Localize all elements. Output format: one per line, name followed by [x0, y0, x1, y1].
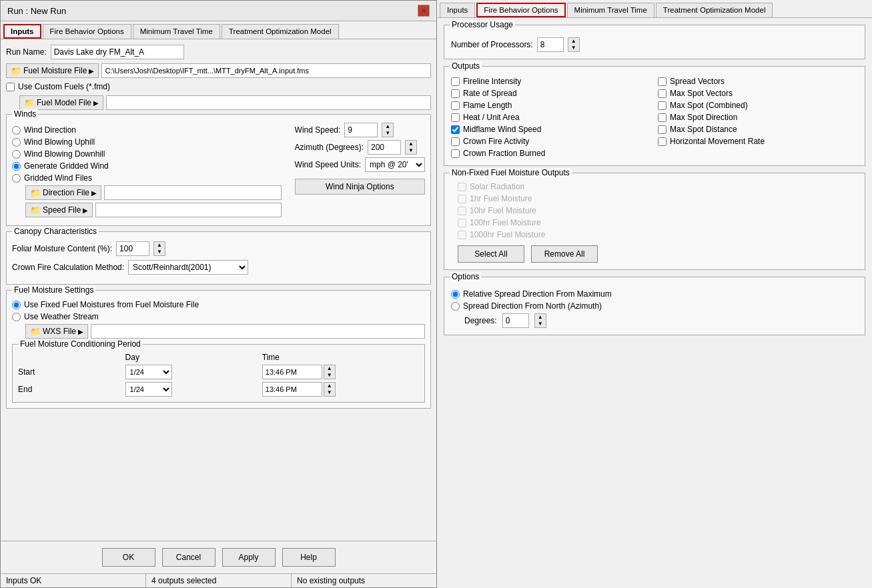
heat-unit-area-checkbox[interactable]: [451, 113, 460, 122]
use-fixed-row: Use Fixed Fuel Moistures from Fuel Moist…: [12, 300, 425, 309]
tab-minimum-travel-time[interactable]: Minimum Travel Time: [133, 24, 220, 39]
fuel-moisture-group: Fuel Moisture Settings Use Fixed Fuel Mo…: [6, 290, 431, 409]
crown-fire-select[interactable]: Scott/Reinhardt(2001) Rothermel(1991): [128, 260, 248, 275]
tab-fire-behavior[interactable]: Fire Behavior Options: [43, 24, 131, 39]
direction-file-button[interactable]: 📁 Direction File ▶: [25, 185, 101, 200]
bottom-buttons-row: OK Cancel Apply Help: [1, 541, 436, 573]
crown-fire-activity-checkbox[interactable]: [451, 137, 460, 146]
close-button[interactable]: ×: [418, 5, 430, 17]
fmc-end-time-input[interactable]: [262, 382, 322, 397]
speed-file-button[interactable]: 📁 Speed File ▶: [25, 203, 93, 217]
right-tab-treatment-optimization[interactable]: Treatment Optimization Model: [656, 3, 773, 17]
wind-speed-units-row: Wind Speed Units: mph @ 10' mph @ 20' km…: [295, 157, 425, 172]
degrees-down[interactable]: ▼: [535, 321, 546, 327]
fuel-moisture-file-path[interactable]: [101, 63, 431, 78]
degrees-input[interactable]: [502, 313, 529, 328]
wind-blowing-downhill-radio[interactable]: [12, 150, 21, 159]
output-crown-fire-activity: Crown Fire Activity: [451, 136, 651, 147]
azimuth-down[interactable]: ▼: [406, 147, 416, 154]
azimuth-spinner[interactable]: ▲ ▼: [405, 140, 417, 155]
1000hr-fuel-moisture-checkbox[interactable]: [458, 231, 466, 239]
run-name-input[interactable]: [51, 45, 184, 59]
wind-blowing-uphill-radio[interactable]: [12, 138, 21, 147]
status-bar: Inputs OK 4 outputs selected No existing…: [1, 573, 436, 587]
start-time-down[interactable]: ▼: [324, 372, 335, 379]
end-time-down[interactable]: ▼: [324, 389, 335, 396]
num-processors-down[interactable]: ▼: [568, 45, 579, 51]
use-weather-radio[interactable]: [12, 313, 21, 321]
tab-treatment-optimization[interactable]: Treatment Optimization Model: [222, 24, 339, 39]
midflame-wind-speed-checkbox[interactable]: [451, 125, 460, 134]
solar-radiation-checkbox[interactable]: [458, 183, 466, 191]
num-processors-input[interactable]: [537, 37, 564, 52]
fmc-start-time-input[interactable]: [262, 365, 322, 379]
azimuth-input[interactable]: [368, 140, 401, 155]
fmc-end-day-select[interactable]: 1/24: [125, 382, 172, 397]
wxs-file-button[interactable]: 📁 WXS File ▶: [25, 324, 88, 339]
max-spot-vectors-checkbox[interactable]: [658, 89, 667, 98]
fmc-start-day-select[interactable]: 1/24: [125, 365, 172, 379]
fireline-intensity-checkbox[interactable]: [451, 77, 460, 86]
wind-speed-up[interactable]: ▲: [382, 123, 393, 130]
select-all-button[interactable]: Select All: [458, 245, 524, 263]
gridded-wind-files-radio[interactable]: [12, 174, 21, 183]
flame-length-checkbox[interactable]: [451, 101, 460, 110]
wind-speed-units-select[interactable]: mph @ 10' mph @ 20' km/h @ 10': [365, 157, 425, 172]
foliar-moisture-up[interactable]: ▲: [154, 242, 165, 249]
foliar-moisture-input[interactable]: [116, 241, 149, 256]
wind-speed-down[interactable]: ▼: [382, 130, 393, 137]
fuel-model-file-path[interactable]: [106, 95, 431, 110]
degrees-spinner[interactable]: ▲ ▼: [534, 313, 546, 328]
num-processors-spinner[interactable]: ▲ ▼: [568, 37, 580, 52]
generate-gridded-wind-radio[interactable]: [12, 162, 21, 171]
wxs-file-path[interactable]: [91, 324, 425, 339]
100hr-fuel-moisture-checkbox[interactable]: [458, 219, 466, 227]
fuel-model-file-button[interactable]: 📁 Fuel Model File ▶: [19, 95, 103, 110]
wind-speed-input[interactable]: [344, 123, 378, 137]
start-time-spinner[interactable]: ▲ ▼: [324, 365, 336, 379]
max-spot-combined-checkbox[interactable]: [658, 101, 667, 110]
right-tab-fire-behavior[interactable]: Fire Behavior Options: [476, 3, 565, 17]
wind-ninja-options-button[interactable]: Wind Ninja Options: [295, 179, 425, 195]
1hr-fuel-moisture-checkbox[interactable]: [458, 195, 466, 203]
azimuth-up[interactable]: ▲: [406, 141, 416, 147]
foliar-moisture-spinner[interactable]: ▲ ▼: [153, 241, 165, 256]
10hr-fuel-moisture-checkbox[interactable]: [458, 207, 466, 215]
speed-file-path[interactable]: [95, 203, 281, 217]
num-processors-up[interactable]: ▲: [568, 38, 579, 45]
foliar-moisture-down[interactable]: ▼: [154, 249, 165, 255]
horizontal-movement-rate-checkbox[interactable]: [658, 137, 667, 146]
remove-all-button[interactable]: Remove All: [531, 245, 598, 263]
max-spot-direction-checkbox[interactable]: [658, 113, 667, 122]
relative-spread-radio[interactable]: [451, 290, 460, 299]
degrees-up[interactable]: ▲: [535, 314, 546, 321]
apply-button[interactable]: Apply: [222, 548, 276, 567]
spread-vectors-checkbox[interactable]: [658, 77, 667, 86]
wind-speed-spinner[interactable]: ▲ ▼: [382, 123, 394, 137]
wind-speed-label: Wind Speed:: [295, 125, 341, 135]
help-button[interactable]: Help: [282, 548, 336, 567]
start-time-up[interactable]: ▲: [324, 365, 335, 372]
cancel-button[interactable]: Cancel: [162, 548, 215, 567]
ok-button[interactable]: OK: [102, 548, 155, 567]
end-time-up[interactable]: ▲: [324, 383, 335, 389]
azimuth-row: Azimuth (Degrees): ▲ ▼: [295, 140, 425, 155]
end-time-spinner[interactable]: ▲ ▼: [324, 382, 336, 397]
spread-from-north-radio[interactable]: [451, 302, 460, 311]
output-max-spot-combined: Max Spot (Combined): [658, 100, 858, 111]
wind-direction-radio[interactable]: [12, 126, 21, 135]
use-custom-fuels-checkbox[interactable]: [6, 83, 15, 91]
fmc-period-label: Fuel Moisture Conditioning Period: [18, 339, 143, 349]
tab-inputs[interactable]: Inputs: [3, 24, 41, 39]
canopy-group: Canopy Characteristics Foliar Moisture C…: [6, 231, 431, 285]
max-spot-distance-checkbox[interactable]: [658, 125, 667, 134]
select-remove-row: Select All Remove All: [458, 245, 858, 263]
direction-file-path[interactable]: [104, 185, 282, 200]
crown-fraction-burned-checkbox[interactable]: [451, 149, 460, 158]
rate-of-spread-checkbox[interactable]: [451, 89, 460, 98]
fuel-moisture-file-button[interactable]: 📁 Fuel Moisture File ▶: [6, 63, 99, 78]
fmc-end-label: End: [18, 385, 119, 394]
use-fixed-radio[interactable]: [12, 301, 21, 309]
right-tab-minimum-travel-time[interactable]: Minimum Travel Time: [567, 3, 655, 17]
right-tab-inputs[interactable]: Inputs: [440, 3, 475, 17]
